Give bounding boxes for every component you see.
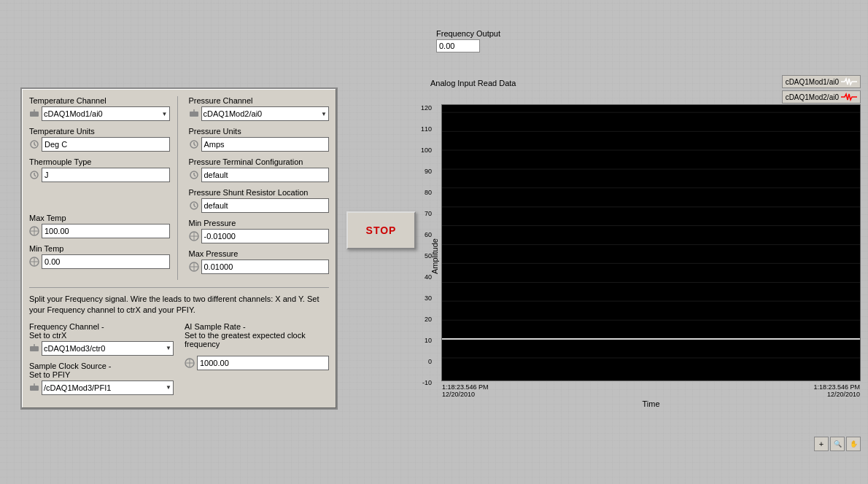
svg-rect-33 — [30, 386, 39, 391]
pressure-channel-group: Pressure Channel cDAQ1Mod2/ai0 ▼ — [189, 96, 330, 121]
pressure-channel-icon — [189, 109, 199, 119]
ytick-20: 20 — [425, 316, 432, 323]
sample-rate-row: 1000.00 — [185, 356, 329, 370]
ytick-90: 90 — [425, 168, 432, 175]
thermocouple-icon — [29, 170, 39, 180]
freq-output-value[interactable]: 0.00 — [436, 39, 480, 52]
thermocouple-row: J — [29, 168, 170, 182]
x-axis-times: 1:18:23.546 PM 12/20/2010 1:18:23.546 PM… — [441, 383, 861, 398]
thermocouple-label: Thermouple Type — [29, 157, 170, 166]
min-temp-row: 0.00 — [29, 254, 170, 269]
max-pressure-row: 0.01000 — [189, 259, 330, 274]
legend-label-1: cDAQ1Mod2/ai0 — [786, 93, 839, 101]
x-left: 1:18:23.546 PM 12/20/2010 — [442, 383, 489, 398]
pan-button[interactable]: ✋ — [846, 437, 861, 451]
ytick-100: 100 — [421, 147, 432, 154]
ytick-10: 10 — [425, 337, 432, 344]
freq-right-col: AI Sample Rate - Set to the greatest exp… — [185, 322, 329, 401]
freq-section: Split your Frequency signal. Wire the le… — [29, 287, 329, 401]
chart-section: Analog Input Read Data cDAQ1Mod1/ai0 cDA… — [430, 79, 861, 429]
chart-container: Amplitude 120 110 100 90 80 70 60 50 40 … — [430, 104, 861, 408]
min-pressure-group: Min Pressure -0.01000 — [189, 219, 330, 243]
x-right: 1:18:23.546 PM 12/20/2010 — [813, 383, 860, 398]
min-pressure-spinner[interactable] — [189, 229, 199, 243]
min-temp-label: Min Temp — [29, 244, 170, 253]
max-temp-row: 100.00 — [29, 224, 170, 238]
min-temp-spinner[interactable] — [29, 254, 39, 269]
temp-channel-row: cDAQ1Mod1/ai0 ▼ — [29, 106, 170, 121]
svg-rect-14 — [190, 112, 198, 117]
temp-units-field[interactable]: Deg C — [42, 137, 170, 152]
pressure-shunt-group: Pressure Shunt Resistor Location default — [189, 188, 330, 213]
freq-channel-row: cDAQ1Mod3/ctr0 ▼ — [29, 341, 174, 356]
freq-channel-label: Frequency Channel - Set to ctrX — [29, 322, 174, 340]
freq-output-section: Frequency Output 0.00 — [436, 29, 500, 52]
min-temp-group: Min Temp 0.00 — [29, 244, 170, 269]
pressure-terminal-icon — [189, 170, 199, 180]
legend-icon-0 — [841, 77, 857, 86]
zoom-in-button[interactable]: 🔍 — [830, 437, 845, 451]
max-temp-group: Max Temp 100.00 — [29, 214, 170, 238]
x-left-time: 1:18:23.546 PM — [442, 383, 489, 391]
freq-channel-icon — [29, 343, 39, 354]
chart-canvas[interactable] — [441, 104, 861, 381]
freq-output-label: Frequency Output — [436, 29, 500, 38]
pressure-channel-arrow: ▼ — [321, 111, 327, 117]
temp-units-icon — [29, 139, 39, 149]
max-pressure-group: Max Pressure 0.01000 — [189, 249, 330, 274]
zoom-fit-button[interactable]: + — [814, 437, 829, 451]
ytick-40: 40 — [425, 273, 432, 281]
max-temp-spinner[interactable] — [29, 224, 39, 238]
max-pressure-spinner[interactable] — [189, 259, 199, 274]
freq-channel-group: Frequency Channel - Set to ctrX cDAQ1Mod… — [29, 322, 174, 356]
pressure-units-group: Pressure Units Amps — [189, 127, 330, 152]
sample-rate-field[interactable]: 1000.00 — [197, 356, 329, 370]
temp-channel-icon — [29, 109, 39, 119]
max-pressure-field[interactable]: 0.01000 — [201, 259, 330, 274]
ytick-0: 0 — [428, 358, 432, 365]
pressure-terminal-field[interactable]: default — [201, 168, 330, 182]
pressure-channel-label: Pressure Channel — [189, 96, 330, 105]
sample-rate-spinner[interactable] — [185, 356, 195, 370]
sample-clock-arrow: ▼ — [166, 384, 171, 391]
freq-info-text: Split your Frequency signal. Wire the le… — [29, 294, 329, 316]
pressure-units-icon — [189, 139, 199, 149]
freq-channel-dropdown[interactable]: cDAQ1Mod3/ctr0 ▼ — [42, 341, 174, 356]
legend-item-0: cDAQ1Mod1/ai0 — [782, 75, 861, 88]
sample-clock-dropdown[interactable]: /cDAQ1Mod3/PFI1 ▼ — [42, 380, 174, 395]
x-right-date: 12/20/2010 — [813, 391, 860, 398]
chart-title: Analog Input Read Data — [430, 79, 516, 87]
svg-line-7 — [34, 175, 36, 176]
ytick-neg10: -10 — [422, 379, 432, 386]
stop-button[interactable]: STOP — [346, 211, 416, 249]
legend-label-0: cDAQ1Mod1/ai0 — [786, 78, 839, 86]
max-temp-field[interactable]: 100.00 — [42, 224, 170, 238]
left-panel: Temperature Channel cDAQ1Mod1/ai0 ▼ Temp… — [20, 87, 338, 410]
svg-line-4 — [34, 144, 36, 146]
chart-with-axes: 120 110 100 90 80 70 60 50 40 30 20 10 0… — [441, 104, 861, 408]
svg-rect-31 — [30, 346, 39, 351]
thermocouple-group: Thermouple Type J — [29, 157, 170, 182]
pressure-shunt-field[interactable]: default — [201, 198, 330, 213]
temp-channel-dropdown[interactable]: cDAQ1Mod1/ai0 ▼ — [42, 106, 170, 121]
pressure-units-field[interactable]: Amps — [201, 137, 330, 152]
sample-clock-group: Sample Clock Source - Set to PFIY /cDAQ1… — [29, 362, 174, 395]
pressure-channel-dropdown[interactable]: cDAQ1Mod2/ai0 ▼ — [201, 106, 330, 121]
pressure-shunt-label: Pressure Shunt Resistor Location — [189, 188, 330, 197]
min-temp-field[interactable]: 0.00 — [42, 254, 170, 269]
pressure-shunt-row: default — [189, 198, 330, 213]
max-temp-label: Max Temp — [29, 214, 170, 222]
sample-clock-icon — [29, 383, 39, 393]
ytick-50: 50 — [425, 252, 432, 259]
thermocouple-field[interactable]: J — [42, 168, 170, 182]
pressure-terminal-group: Pressure Terminal Configuration default — [189, 157, 330, 182]
ytick-30: 30 — [425, 294, 432, 302]
freq-left-col: Frequency Channel - Set to ctrX cDAQ1Mod… — [29, 322, 174, 401]
legend-item-1: cDAQ1Mod2/ai0 — [782, 90, 861, 104]
svg-line-24 — [194, 206, 195, 207]
freq-channel-arrow: ▼ — [166, 345, 171, 351]
min-pressure-field[interactable]: -0.01000 — [201, 229, 330, 243]
pressure-units-row: Amps — [189, 137, 330, 152]
pressure-terminal-label: Pressure Terminal Configuration — [189, 157, 330, 166]
chart-toolbar: + 🔍 ✋ — [814, 437, 861, 451]
